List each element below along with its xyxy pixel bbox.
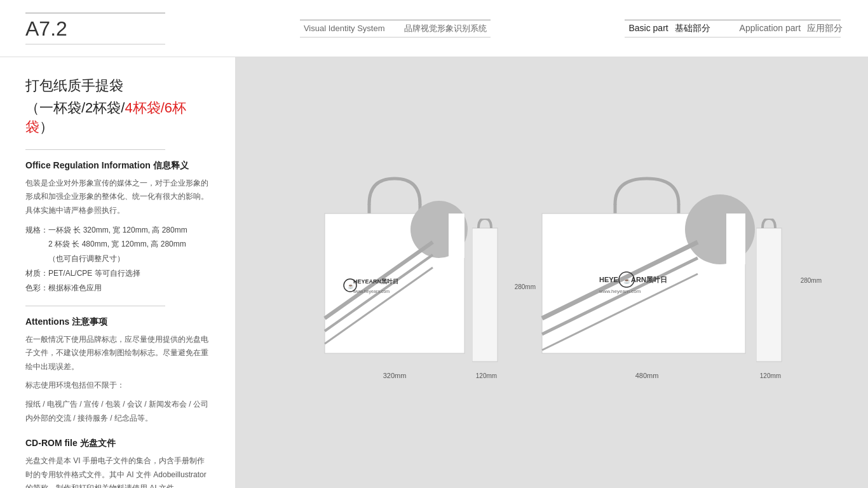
header-center: Visual Identity System 品牌视觉形象识别系统: [300, 20, 491, 37]
small-bag-side-label: 120mm: [476, 372, 497, 379]
svg-text:HEYE: HEYE: [599, 276, 618, 283]
header-right: Basic part 基础部分 Application part 应用部分: [625, 23, 843, 34]
divider-2: [25, 306, 165, 306]
basic-part-label: Basic part 基础部分: [625, 23, 710, 34]
svg-text:www.heyearn.com: www.heyearn.com: [353, 289, 390, 294]
vi-system-label: Visual Identity System: [304, 24, 385, 33]
svg-rect-12: [472, 228, 498, 362]
subtitle-normal-end: ）: [39, 119, 53, 135]
svg-text:ARN黑叶日: ARN黑叶日: [631, 276, 667, 283]
large-bag-width-label: 480mm: [635, 372, 659, 379]
section1-body1: 包装是企业对外形象宣传的媒体之一，对于企业形象的形成和加强企业形象的整体化、统一…: [25, 177, 210, 218]
spec-title: 规格：: [25, 226, 48, 234]
cdrom-section: CD-ROM file 光盘文件 光盘文件是本 VI 手册电子文件的集合，内含手…: [25, 438, 210, 488]
basic-part-en: Basic part: [628, 23, 668, 33]
large-side-svg: [756, 219, 785, 371]
material-line: 材质：PET/AL/CPE 等可自行选择: [25, 266, 210, 281]
spec2-text: 2 杯袋 长 480mm, 宽 120mm, 高 280mm: [48, 240, 186, 248]
section2-heading: Attentions 注意事项: [25, 316, 210, 328]
sidebar-subtitle: （一杯袋/2杯袋/4杯袋/6杯袋）: [25, 98, 210, 137]
small-side-svg: [472, 219, 501, 371]
small-bag-group: HEYEARN黑叶日 www.heyearn.com ☕ 320mm: [318, 166, 501, 379]
section1-heading: Office Regulation Information 信息释义: [25, 160, 210, 172]
content-area: HEYEARN黑叶日 www.heyearn.com ☕ 320mm: [235, 57, 868, 488]
app-part-cn: 应用部分: [807, 23, 843, 33]
header-center-texts: Visual Identity System 品牌视觉形象识别系统: [304, 23, 487, 34]
sidebar-title-line1: 打包纸质手提袋: [25, 76, 210, 96]
bags-container: HEYEARN黑叶日 www.heyearn.com ☕ 320mm: [318, 166, 785, 379]
header-right-area: Basic part 基础部分 Application part 应用部分: [625, 20, 843, 37]
header-bottom-line: [25, 44, 165, 44]
svg-text:HEYEARN黑叶日: HEYEARN黑叶日: [353, 278, 398, 285]
small-side-panel: 120mm: [472, 219, 501, 379]
large-bag-wrapper: HEYE ARN黑叶日 www.heyearn.com ☕ 480mm: [539, 166, 755, 379]
subtitle-normal-start: （一杯袋/2杯袋/: [25, 100, 125, 116]
small-bag-width-label: 320mm: [383, 372, 407, 379]
svg-rect-4: [449, 214, 465, 258]
svg-text:☕: ☕: [348, 283, 354, 289]
header-center-top-line: [300, 20, 491, 20]
app-part-label: Application part 应用部分: [736, 23, 843, 34]
divider-1: [25, 149, 165, 150]
svg-rect-26: [756, 228, 782, 362]
spec-table: 规格：一杯袋 长 320mm, 宽 120mm, 高 280mm 2 杯袋 长 …: [25, 223, 210, 295]
small-bag-svg: HEYEARN黑叶日 www.heyearn.com ☕: [318, 166, 471, 369]
spec-line1: 规格：一杯袋 长 320mm, 宽 120mm, 高 280mm: [25, 223, 210, 238]
header-right-bottom-line: [625, 37, 841, 37]
header-top-line: [25, 13, 165, 13]
spec-line2: 2 杯袋 长 480mm, 宽 120mm, 高 280mm: [25, 237, 210, 252]
small-bag-height-label: 280mm: [515, 283, 536, 290]
app-part-en: Application part: [740, 23, 801, 33]
section3-heading: CD-ROM file 光盘文件: [25, 438, 210, 449]
brand-label: 品牌视觉形象识别系统: [404, 23, 487, 34]
section2-body1: 在一般情况下使用品牌标志，应尽量使用提供的光盘电子文件，不建议使用标准制图绘制标…: [25, 333, 210, 374]
spec-line3: （也可自行调整尺寸）: [25, 252, 210, 266]
large-bag-height-label: 280mm: [801, 277, 822, 284]
section3-body1: 光盘文件是本 VI 手册电子文件的集合，内含手册制作时的专用软件格式文件。其中 …: [25, 454, 210, 488]
attentions-section: Attentions 注意事项 在一般情况下使用品牌标志，应尽量使用提供的光盘电…: [25, 316, 210, 426]
section2-body3: 报纸 / 电视广告 / 宣传 / 包装 / 会议 / 新闻发布会 / 公司内外部…: [25, 398, 210, 425]
large-bag-svg: HEYE ARN黑叶日 www.heyearn.com ☕: [539, 166, 755, 369]
sidebar: 打包纸质手提袋 （一杯袋/2杯袋/4杯袋/6杯袋） Office Regulat…: [0, 57, 235, 488]
section2-body2: 标志使用环境包括但不限于：: [25, 379, 210, 393]
header-right-top-line: [625, 20, 841, 20]
header-left: A7.2: [25, 13, 165, 44]
large-bag-side-label: 120mm: [760, 372, 781, 379]
svg-text:www.heyearn.com: www.heyearn.com: [599, 288, 641, 294]
color-text: 色彩：根据标准色应用: [25, 283, 102, 292]
large-side-panel: 120mm: [756, 219, 785, 379]
spec3-text: （也可自行调整尺寸）: [48, 254, 125, 263]
basic-part-cn: 基础部分: [675, 23, 710, 33]
large-bag-group: HEYE ARN黑叶日 www.heyearn.com ☕ 480mm: [539, 166, 785, 379]
spec1-text: 一杯袋 长 320mm, 宽 120mm, 高 280mm: [48, 226, 187, 234]
header-center-bottom-line: [300, 37, 491, 37]
header: A7.2 Visual Identity System 品牌视觉形象识别系统 B…: [0, 0, 868, 57]
svg-text:☕: ☕: [623, 277, 631, 285]
page-number: A7.2: [25, 18, 165, 39]
svg-rect-17: [726, 214, 745, 264]
small-bag-wrapper: HEYEARN黑叶日 www.heyearn.com ☕ 320mm: [318, 166, 471, 379]
material-text: 材质：PET/AL/CPE 等可自行选择: [25, 269, 140, 278]
main-content: 打包纸质手提袋 （一杯袋/2杯袋/4杯袋/6杯袋） Office Regulat…: [0, 57, 868, 488]
color-line: 色彩：根据标准色应用: [25, 281, 210, 295]
